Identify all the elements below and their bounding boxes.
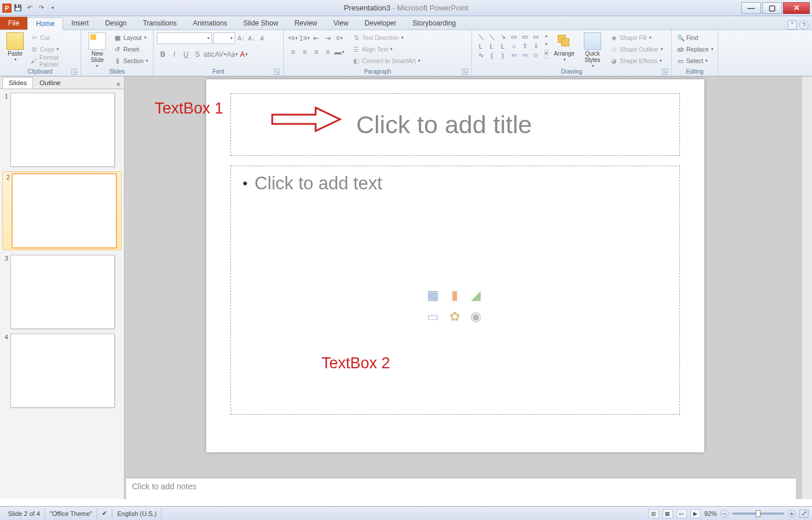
shape-oval-icon[interactable]: ○: [509, 42, 519, 50]
cut-button[interactable]: ✂Cut: [29, 32, 77, 43]
text-direction-button[interactable]: ⇅Text Direction▾: [351, 32, 422, 43]
bold-button[interactable]: B: [157, 49, 169, 60]
shape-brace-icon[interactable]: {: [487, 51, 497, 60]
slideshow-view-button[interactable]: ▶: [690, 509, 701, 518]
justify-button[interactable]: ≡: [322, 46, 334, 58]
undo-icon[interactable]: ↶: [24, 3, 35, 13]
shape-arrow-icon[interactable]: ⇨: [520, 51, 530, 60]
clear-format-button[interactable]: A̸: [257, 32, 266, 44]
convert-smartart-button[interactable]: ◧Convert to SmartArt▾: [351, 56, 422, 66]
notes-pane[interactable]: Click to add notes: [126, 478, 796, 504]
clipboard-launcher-icon[interactable]: ↘: [71, 69, 77, 75]
tab-review[interactable]: Review: [286, 17, 325, 30]
copy-button[interactable]: ⧉Copy▾: [29, 44, 77, 54]
tab-animations[interactable]: Animations: [185, 17, 235, 30]
sorter-view-button[interactable]: ▦: [663, 509, 673, 518]
shape-brace-icon[interactable]: }: [498, 51, 508, 60]
tab-home[interactable]: Home: [27, 17, 63, 30]
char-spacing-button[interactable]: AV▾: [215, 49, 226, 60]
vertical-scrollbar[interactable]: [802, 76, 812, 499]
paste-button[interactable]: Paste▾: [3, 32, 27, 62]
tab-transitions[interactable]: Transitions: [135, 17, 185, 30]
shape-arrow-icon[interactable]: ⇩: [531, 42, 541, 50]
shadow-button[interactable]: abc: [203, 49, 215, 60]
strike-button[interactable]: S: [192, 49, 203, 60]
tab-storyboarding[interactable]: Storyboarding: [404, 17, 464, 30]
insert-smartart-icon[interactable]: ◢: [467, 286, 485, 305]
replace-button[interactable]: abReplace▾: [675, 44, 715, 54]
zoom-slider[interactable]: [732, 512, 784, 515]
slide-thumbnail-2[interactable]: 2: [2, 171, 122, 250]
select-button[interactable]: ▭Select▾: [675, 56, 715, 66]
tab-file[interactable]: File: [0, 17, 27, 30]
layout-button[interactable]: ▦Layout▾: [112, 32, 149, 43]
font-launcher-icon[interactable]: ↘: [274, 69, 280, 75]
quick-styles-button[interactable]: Quick Styles▾: [580, 32, 605, 68]
reading-view-button[interactable]: ▭: [676, 509, 687, 518]
bullets-button[interactable]: •≡▾: [287, 32, 299, 44]
qat-customize-icon[interactable]: ▾: [47, 3, 58, 13]
shape-star-icon[interactable]: ☆: [531, 51, 541, 60]
slide-thumbnail-1[interactable]: 1: [2, 93, 122, 167]
section-button[interactable]: §Section▾: [112, 56, 149, 66]
change-case-button[interactable]: Aa▾: [226, 49, 238, 60]
shape-rect-icon[interactable]: ▭: [531, 32, 541, 41]
shape-line-icon[interactable]: L: [487, 42, 497, 50]
paragraph-launcher-icon[interactable]: ↘: [462, 69, 468, 75]
fit-to-window-button[interactable]: ⤢: [799, 510, 809, 518]
grow-font-button[interactable]: A↑: [236, 32, 246, 44]
insert-clipart-icon[interactable]: ✿: [445, 307, 464, 326]
slide-thumbnail-3[interactable]: 3: [2, 255, 122, 329]
zoom-in-button[interactable]: +: [788, 510, 796, 518]
insert-chart-icon[interactable]: ▮: [445, 286, 464, 305]
align-text-button[interactable]: ☰Align Text▾: [351, 44, 422, 54]
line-spacing-button[interactable]: ≡▾: [334, 32, 345, 44]
tab-insert[interactable]: Insert: [63, 17, 97, 30]
drawing-launcher-icon[interactable]: ↘: [662, 69, 668, 75]
reset-button[interactable]: ↺Reset: [112, 44, 149, 54]
insert-table-icon[interactable]: ▦: [424, 286, 442, 305]
new-slide-button[interactable]: New Slide▾: [85, 32, 110, 68]
italic-button[interactable]: I: [169, 49, 180, 60]
language[interactable]: English (U.S.): [112, 508, 162, 519]
underline-button[interactable]: U: [180, 49, 192, 60]
shape-arrow-icon[interactable]: ⇧: [520, 42, 530, 50]
maximize-button[interactable]: ▢: [762, 2, 782, 14]
save-icon[interactable]: 💾: [13, 3, 23, 13]
align-center-button[interactable]: ≡: [299, 46, 310, 58]
help-icon[interactable]: ?: [799, 20, 809, 30]
columns-button[interactable]: ▬▾: [334, 46, 345, 58]
slides-tab[interactable]: Slides: [2, 77, 33, 89]
format-painter-button[interactable]: 🖌Format Painter: [29, 56, 77, 66]
shape-rect-icon[interactable]: ▭: [520, 32, 530, 41]
content-placeholder[interactable]: •Click to add text ▦ ▮ ◢ ▭ ✿ ◉: [231, 166, 680, 415]
align-left-button[interactable]: ≡: [287, 46, 299, 58]
minimize-ribbon-icon[interactable]: ˄: [788, 20, 797, 30]
slide-stage[interactable]: Click to add title •Click to add text ▦ …: [125, 76, 812, 499]
shape-effects-button[interactable]: ◕Shape Effects▾: [609, 56, 664, 66]
shape-line-icon[interactable]: ＼: [487, 32, 497, 41]
shrink-font-button[interactable]: A↓: [247, 32, 256, 44]
align-right-button[interactable]: ≡: [310, 46, 322, 58]
tab-slideshow[interactable]: Slide Show: [235, 17, 286, 30]
shape-outline-button[interactable]: ◇Shape Outline▾: [609, 44, 664, 54]
arrange-button[interactable]: Arrange▾: [551, 32, 577, 62]
redo-icon[interactable]: ↷: [36, 3, 46, 13]
tab-design[interactable]: Design: [97, 17, 134, 30]
font-size-select[interactable]: ▾: [213, 32, 235, 44]
shape-line-icon[interactable]: ＼: [476, 32, 486, 41]
font-family-select[interactable]: ▾: [157, 32, 212, 44]
numbering-button[interactable]: 1≡▾: [299, 32, 310, 44]
zoom-out-button[interactable]: −: [720, 510, 729, 518]
shape-fill-button[interactable]: ◆Shape Fill▾: [609, 32, 664, 43]
shape-rect-icon[interactable]: ▭: [509, 32, 519, 41]
close-panel-icon[interactable]: ×: [112, 80, 124, 89]
font-color-button[interactable]: A▾: [238, 49, 250, 60]
close-button[interactable]: ✕: [783, 2, 810, 14]
shape-line-icon[interactable]: ↘: [498, 32, 508, 41]
spellcheck-icon[interactable]: ✔: [97, 508, 112, 519]
tab-view[interactable]: View: [325, 17, 357, 30]
shape-arrow-icon[interactable]: ⇦: [509, 51, 519, 60]
minimize-button[interactable]: —: [741, 2, 761, 14]
slide-thumbnail-4[interactable]: 4: [2, 334, 122, 408]
